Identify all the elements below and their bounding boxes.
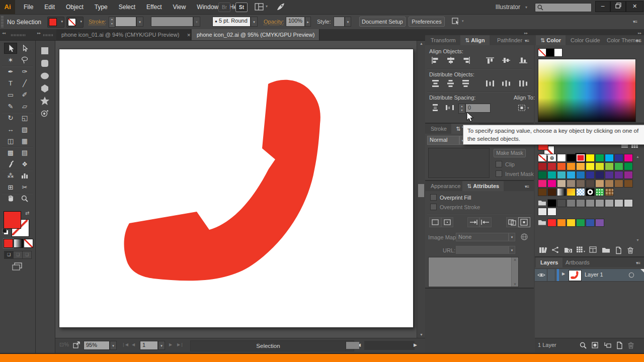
swatch-group-folder-icon[interactable] (538, 199, 547, 207)
artboard[interactable] (59, 49, 414, 328)
swatch-pat-checker[interactable] (576, 188, 585, 196)
overprint-fill-checkbox[interactable]: Overprint Fill (430, 194, 471, 201)
new-layer-icon[interactable] (615, 341, 625, 349)
swatch-color[interactable] (586, 199, 595, 207)
distribute-spacing-vertical-icon[interactable] (431, 104, 441, 113)
restore-button[interactable] (610, 1, 626, 12)
cc-libraries-icon[interactable] (551, 246, 561, 254)
variable-width-profile-arrow[interactable]: ▾ (193, 17, 200, 27)
document-tab-1[interactable]: phone icon_01.ai @ 94% (CMYK/GPU Preview… (56, 29, 191, 40)
paintbrush-tool[interactable]: ✐ (18, 89, 31, 100)
align-panel-menu-icon[interactable]: ▾≡ (525, 38, 529, 43)
url-arrow[interactable]: ▾ (509, 246, 515, 254)
swatch-color[interactable] (624, 154, 633, 162)
rectangle-shape-tool[interactable] (40, 46, 51, 57)
spacing-stepper[interactable]: ▲▼ (458, 104, 465, 114)
dont-show-center-point-icon[interactable] (429, 217, 441, 227)
swatch-color[interactable] (547, 188, 556, 196)
minimize-button[interactable]: – (595, 1, 610, 12)
make-mask-button[interactable]: Make Mask (494, 149, 526, 157)
tab-appearance[interactable]: Appearance (426, 181, 465, 191)
gpu-performance-icon[interactable] (276, 3, 285, 13)
none-mode-button[interactable] (24, 239, 33, 248)
new-sublayer-icon[interactable] (603, 341, 613, 349)
screen-mode-button[interactable] (11, 262, 24, 271)
swatches-scroll-up-icon[interactable]: ▲ (636, 155, 639, 158)
tab-align[interactable]: ⇅ Align (460, 35, 490, 45)
tool-dock-collapse-icon[interactable]: ◂◂ (2, 31, 6, 35)
workspace-switcher-icon[interactable] (255, 3, 264, 12)
slice-tool[interactable]: ✂ (18, 182, 31, 193)
tab-pathfinder[interactable]: Pathfinder (493, 35, 527, 45)
layer-visibility-icon[interactable] (537, 272, 545, 280)
menu-type[interactable]: Type (89, 0, 113, 14)
zoom-tool[interactable] (18, 193, 31, 204)
swatch-color[interactable] (547, 171, 556, 179)
previous-artboard-icon[interactable]: ◀ (132, 342, 135, 347)
first-artboard-icon[interactable]: ❘◀ (122, 342, 128, 347)
swatch-color[interactable] (624, 179, 633, 188)
menu-file[interactable]: File (18, 0, 39, 14)
canvas-vertical-scrollbar[interactable]: ▲ ▼ (417, 41, 426, 338)
phone-icon-artwork[interactable] (123, 75, 324, 281)
swatches-scroll-down-icon[interactable]: ▼ (636, 238, 639, 242)
artboard-number-field[interactable]: 1 (140, 341, 158, 350)
star-shape-tool[interactable] (40, 96, 51, 107)
menu-effect[interactable]: Effect (141, 0, 167, 14)
invert-mask-checkbox[interactable]: Invert Mask (496, 170, 534, 177)
swatch-color[interactable] (557, 199, 566, 207)
gradient-mode-button[interactable] (14, 239, 23, 248)
delete-swatch-icon[interactable] (627, 246, 637, 254)
shapes-dock-grip[interactable] (43, 34, 53, 36)
nonzero-winding-fill-rule-icon[interactable] (506, 217, 518, 227)
align-horizontal-center-icon[interactable] (446, 56, 456, 66)
document-tab-1-close-icon[interactable]: ✕ (187, 33, 191, 38)
new-color-group-icon[interactable] (602, 246, 612, 254)
swatch-color[interactable] (576, 154, 585, 162)
swatch-color[interactable] (557, 162, 566, 170)
free-transform-tool[interactable]: ▧ (18, 124, 31, 135)
workspace-switcher-arrow-icon[interactable]: ▾ (266, 4, 268, 9)
swap-fill-stroke-icon[interactable]: ⇄ (25, 210, 29, 216)
rectangle-tool[interactable]: ▭ (4, 89, 17, 100)
overprint-stroke-checkbox[interactable]: Overprint Stroke (430, 204, 480, 211)
menu-select[interactable]: Select (113, 0, 141, 14)
tab-color[interactable]: ⇅ Color (536, 35, 566, 45)
draw-inside-mode-button[interactable]: ❏ (22, 251, 32, 259)
swatch-color[interactable] (586, 179, 595, 188)
swatch-color[interactable] (547, 179, 556, 188)
swatch-registration[interactable]: ⊕ (547, 154, 556, 162)
swatch-color[interactable] (567, 219, 576, 227)
color-spectrum[interactable] (538, 59, 636, 122)
swatch-color[interactable] (586, 154, 595, 162)
distribute-spacing-horizontal-icon[interactable] (445, 104, 455, 113)
new-swatch-icon[interactable] (614, 246, 624, 254)
swatch-color[interactable] (538, 179, 547, 188)
tab-artboards[interactable]: Artboards (561, 257, 594, 267)
blend-tool[interactable]: ❖ (18, 158, 31, 169)
magic-wand-tool[interactable]: ✶ (4, 54, 17, 65)
swatch-color[interactable] (605, 179, 614, 188)
even-odd-fill-rule-icon[interactable] (518, 217, 530, 227)
rounded-rectangle-shape-tool[interactable] (40, 58, 51, 69)
swatch-color[interactable] (576, 162, 585, 170)
shapes-dock-collapse-icon[interactable]: ▸▸ (37, 31, 41, 35)
perspective-grid-tool[interactable]: ▦ (18, 135, 31, 146)
stroke-link-label[interactable]: Stroke: (89, 19, 106, 25)
swatch-color[interactable] (614, 162, 623, 170)
opacity-arrow[interactable]: ▸ (305, 17, 311, 27)
reverse-path-direction-off-icon[interactable] (467, 217, 479, 227)
stroke-weight-field[interactable] (115, 17, 136, 27)
swatch-grad-oy[interactable] (567, 188, 576, 196)
zoom-level-field[interactable]: 95% (84, 341, 110, 350)
menu-view[interactable]: View (168, 0, 192, 14)
brush-definition-arrow[interactable]: ▾ (251, 17, 258, 27)
swatch-libraries-menu-icon[interactable] (539, 246, 549, 254)
default-fill-stroke-icon[interactable] (2, 229, 9, 235)
swatch-color[interactable] (586, 219, 595, 227)
swatch-grad-bw[interactable] (557, 188, 566, 196)
none-proxy-swatch[interactable] (538, 48, 546, 57)
document-tab-2[interactable]: phone icon_02.ai @ 95% (CMYK/GPU Preview… (192, 29, 319, 40)
swatch-color[interactable] (595, 199, 604, 207)
white-proxy-swatch[interactable] (554, 48, 562, 57)
